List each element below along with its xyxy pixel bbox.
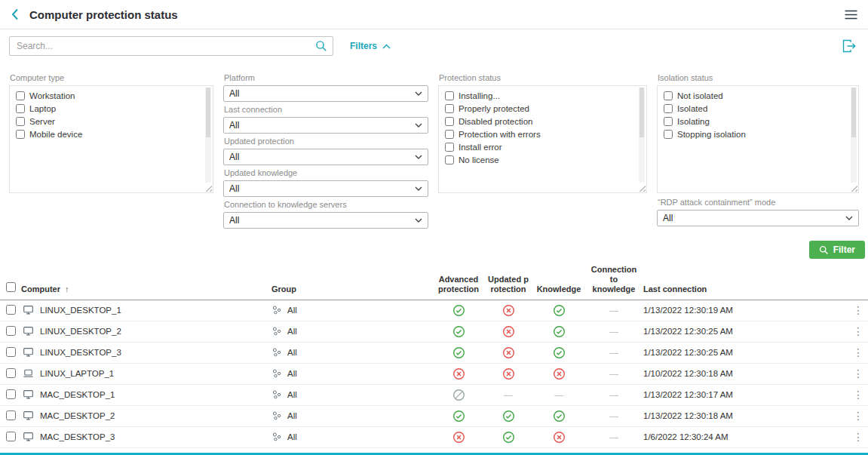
row-checkbox[interactable] (6, 410, 16, 420)
column-connection-to-knowledge[interactable]: Connection to knowledge (584, 265, 643, 295)
scrollbar[interactable] (639, 88, 645, 183)
resize-handle[interactable] (205, 185, 212, 192)
group-name: All (287, 411, 297, 420)
computer-name[interactable]: LINUX_DESKTOP_3 (40, 348, 121, 357)
resize-handle[interactable] (639, 185, 646, 192)
sort-ascending-icon[interactable]: ↑ (65, 284, 69, 294)
row-checkbox[interactable] (6, 389, 16, 399)
isolation-status-filter: Isolation status Not isolatedIsolatedIso… (657, 73, 859, 229)
row-menu-button[interactable]: ⋮ (848, 326, 868, 337)
checkbox[interactable] (445, 130, 454, 139)
x-circle-icon (502, 367, 515, 380)
filter-button[interactable]: Filter (809, 241, 865, 259)
checkbox[interactable] (16, 104, 25, 113)
scrollbar-thumb[interactable] (851, 88, 856, 137)
column-advanced-protection[interactable]: Advanced protection (434, 275, 483, 294)
knowledge-status (533, 431, 584, 444)
search-input[interactable] (9, 36, 333, 56)
updated-protection-select[interactable]: All (223, 149, 428, 165)
row-checkbox[interactable] (6, 305, 16, 315)
checkbox[interactable] (16, 91, 25, 100)
filter-selects-column: Platform All Last connection All Updated… (223, 73, 428, 232)
filter-option[interactable]: Laptop (16, 104, 198, 113)
filter-option-label: Not isolated (677, 91, 723, 100)
checkbox[interactable] (664, 130, 673, 139)
row-menu-button[interactable]: ⋮ (848, 368, 868, 379)
platform-select[interactable]: All (223, 85, 428, 102)
column-updated-protection[interactable]: Updated protection (483, 275, 533, 294)
filter-option[interactable]: Disabled protection (445, 117, 631, 126)
last-connection-select[interactable]: All (223, 117, 428, 134)
column-knowledge[interactable]: Knowledge (533, 284, 584, 294)
table-row: LINUX_DESKTOP_3 All — 1/13/2022 12:30:25… (0, 343, 868, 364)
check-circle-icon (502, 410, 515, 423)
filter-label: “RDP attack containment” mode (658, 198, 859, 208)
filter-option[interactable]: Mobile device (16, 130, 198, 139)
rdp-attack-containment-select[interactable]: All (657, 210, 859, 226)
back-button[interactable] (11, 8, 20, 21)
checkbox[interactable] (445, 91, 454, 100)
updated-knowledge-select[interactable]: All (223, 180, 428, 197)
checkbox[interactable] (445, 155, 454, 164)
connection-to-knowledge-servers-select[interactable]: All (223, 212, 428, 229)
row-menu-button[interactable]: ⋮ (848, 410, 868, 421)
checkbox[interactable] (16, 117, 25, 126)
filter-button-label: Filter (833, 244, 855, 255)
select-all-checkbox[interactable] (6, 282, 16, 292)
checkbox[interactable] (664, 104, 673, 113)
row-checkbox[interactable] (6, 347, 16, 357)
column-computer[interactable]: Computer ↑ (21, 284, 271, 294)
computer-name[interactable]: MAC_DESKTOP_1 (40, 390, 115, 399)
group-icon (271, 368, 282, 379)
row-checkbox[interactable] (6, 326, 16, 336)
connection-to-knowledge-status: — (584, 390, 643, 399)
computer-name[interactable]: LINUX_DESKTOP_2 (40, 327, 121, 336)
filter-option-label: No license (459, 155, 499, 164)
row-menu-button[interactable]: ⋮ (848, 305, 868, 315)
checkbox[interactable] (16, 130, 25, 139)
hamburger-menu-icon[interactable] (845, 10, 857, 20)
scrollbar[interactable] (851, 88, 857, 183)
checkbox[interactable] (445, 117, 454, 126)
connection-to-knowledge-servers-filter: Connection to knowledge servers All (223, 200, 428, 229)
filters-toggle[interactable]: Filters (350, 41, 391, 51)
updated-protection-status (483, 346, 533, 359)
checkbox[interactable] (664, 117, 673, 126)
last-connection: 1/13/2022 12:30:18 AM (643, 411, 848, 420)
computer-name[interactable]: LINUX_DESKTOP_1 (40, 306, 121, 315)
column-group[interactable]: Group (271, 284, 434, 294)
row-checkbox[interactable] (6, 432, 16, 441)
export-icon[interactable] (842, 39, 857, 53)
filter-option[interactable]: Isolating (664, 117, 843, 126)
checkbox[interactable] (664, 91, 673, 100)
search-icon[interactable] (315, 40, 327, 55)
computer-name[interactable]: LINUX_LAPTOP_1 (40, 369, 114, 378)
filter-option[interactable]: Server (16, 117, 198, 126)
filter-option[interactable]: Not isolated (664, 91, 843, 100)
select-value: All (229, 152, 239, 162)
filter-option[interactable]: Protection with errors (445, 130, 631, 139)
resize-handle[interactable] (851, 185, 857, 192)
filter-option[interactable]: Isolated (664, 104, 843, 113)
row-menu-button[interactable]: ⋮ (848, 347, 868, 358)
row-menu-button[interactable]: ⋮ (848, 432, 868, 442)
filter-option[interactable]: Workstation (16, 91, 198, 100)
filter-option[interactable]: No license (445, 155, 631, 164)
row-menu-button[interactable]: ⋮ (848, 389, 868, 400)
computer-name[interactable]: MAC_DESKTOP_2 (40, 411, 115, 420)
updated-protection-status (483, 410, 533, 423)
filter-option[interactable]: Install error (445, 143, 631, 152)
scrollbar-thumb[interactable] (206, 88, 210, 137)
column-last-connection[interactable]: Last connection (643, 284, 848, 294)
filter-option[interactable]: Properly protected (445, 104, 631, 113)
row-checkbox[interactable] (6, 368, 16, 378)
scrollbar-thumb[interactable] (639, 88, 644, 137)
check-circle-icon (452, 346, 465, 359)
scrollbar[interactable] (205, 88, 211, 183)
computer-name[interactable]: MAC_DESKTOP_3 (40, 432, 115, 441)
filter-option[interactable]: Installing... (445, 91, 631, 100)
filter-option[interactable]: Stopping isolation (664, 130, 843, 139)
last-connection: 1/13/2022 12:30:25 AM (643, 348, 848, 357)
checkbox[interactable] (445, 104, 454, 113)
checkbox[interactable] (445, 143, 454, 152)
